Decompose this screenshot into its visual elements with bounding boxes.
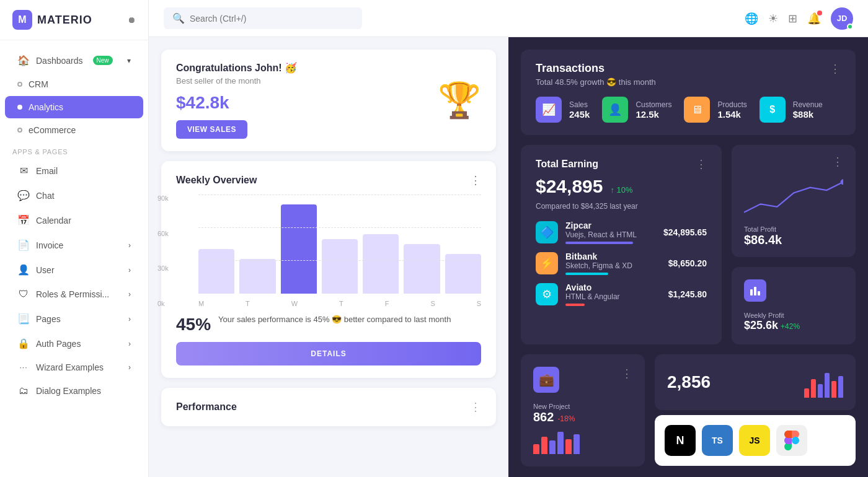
sidebar-item-roles[interactable]: 🛡 Roles & Permissi... › (5, 282, 143, 306)
bitbank-sub: Sketch, Figma & XD (565, 261, 661, 270)
sidebar-item-chat[interactable]: 💬 Chat (5, 183, 143, 208)
grid-icon[interactable]: ⊞ (788, 12, 797, 25)
chart-bar-4 (322, 239, 358, 294)
h-line (198, 227, 481, 228)
products-icon: 🖥 (684, 97, 710, 123)
typescript-icon: TS (702, 425, 733, 456)
stat-bar (804, 388, 809, 398)
congrats-left: Congratulations John! 🥳 Best seller of t… (176, 62, 297, 139)
trans-item-sales: 📈 Sales 245k (536, 97, 590, 123)
svg-rect-2 (754, 287, 756, 295)
sidebar-item-auth[interactable]: 🔒 Auth Pages › (5, 331, 143, 356)
stat-bar (825, 373, 830, 398)
sidebar-item-crm[interactable]: CRM (5, 73, 143, 95)
lock-icon: 🔒 (17, 338, 30, 349)
weekly-overview-card: Weekly Overview ⋮ 90k 60k 30k 0k (161, 161, 496, 378)
chart-bar-5 (363, 234, 399, 294)
options-icon[interactable]: ⋮ (470, 400, 481, 414)
growth-emoji: 😎 (606, 77, 616, 87)
svg-rect-1 (750, 289, 753, 295)
view-sales-button[interactable]: VIEW SALES (176, 120, 247, 139)
wizard-icon: ··· (17, 363, 30, 372)
user-icon: 👤 (17, 264, 30, 276)
bell-icon[interactable]: 🔔 (807, 12, 821, 25)
sidebar-item-user[interactable]: 👤 User › (5, 258, 143, 282)
trans-label-revenue: Revenue (793, 100, 823, 109)
aviato-sub: HTML & Angular (565, 292, 661, 301)
sidebar-item-label: Calendar (36, 216, 71, 225)
options-icon[interactable]: ⋮ (470, 173, 481, 187)
customers-icon: 👤 (602, 97, 628, 123)
invoice-icon: 📄 (17, 239, 30, 251)
trans-item-revenue: $ Revenue $88k (760, 97, 823, 123)
bar-chart-icon (744, 279, 766, 302)
trans-label-products: Products (717, 100, 746, 109)
options-icon[interactable]: ⋮ (832, 155, 843, 168)
sidebar-item-email[interactable]: ✉ Email (5, 159, 143, 183)
chart-bar-3 (281, 204, 317, 294)
chevron-right-icon: › (128, 339, 131, 348)
trans-label-sales: Sales (569, 100, 590, 109)
sidebar-item-ecommerce[interactable]: eCommerce (5, 119, 143, 141)
earning-compare: Compared to $84,325 last year (536, 202, 707, 211)
weekly-header: Weekly Overview ⋮ (176, 173, 481, 187)
mini-bar (549, 440, 556, 454)
new-badge: New (93, 56, 113, 65)
translate-icon[interactable]: 🌐 (745, 12, 758, 25)
zipcar-name: Zipcar (565, 221, 656, 230)
sales-icon: 📈 (536, 97, 562, 123)
logo-text: MATERIO (37, 14, 92, 27)
nextjs-icon: N (665, 425, 696, 456)
record-icon[interactable]: ⏺ (127, 15, 136, 25)
bottom-row: 💼 ⋮ New Project 862 -18% (521, 354, 856, 466)
mini-bar (574, 434, 580, 454)
panel-left: Congratulations John! 🥳 Best seller of t… (149, 37, 508, 477)
email-icon: ✉ (17, 165, 30, 177)
search-icon: 🔍 (172, 12, 185, 24)
search-box[interactable]: 🔍 (164, 7, 362, 29)
sidebar-item-label: Analytics (29, 102, 63, 112)
y-labels: 90k 60k 30k 0k (157, 195, 169, 307)
sidebar-item-calendar[interactable]: 📅 Calendar (5, 208, 143, 232)
new-project-bars (533, 429, 632, 454)
trans-items: 📈 Sales 245k 👤 Customers 12.5k (536, 97, 841, 123)
bitbank-name: Bitbank (565, 252, 661, 261)
sun-icon[interactable]: ☀ (768, 12, 778, 25)
apps-pages-label: APPS & PAGES (0, 142, 148, 158)
stat-bar (811, 379, 816, 398)
sidebar-item-invoice[interactable]: 📄 Invoice › (5, 233, 143, 257)
options-icon[interactable]: ⋮ (696, 157, 707, 171)
search-input[interactable] (190, 14, 353, 24)
chart-wrap: 90k 60k 30k 0k (176, 195, 481, 307)
details-button[interactable]: DETAILS (176, 342, 481, 365)
aviato-progress (565, 304, 585, 306)
new-project-card: 💼 ⋮ New Project 862 -18% (521, 354, 645, 466)
options-icon[interactable]: ⋮ (830, 62, 841, 76)
congrats-amount: $42.8k (176, 93, 297, 113)
sidebar-item-pages[interactable]: 📃 Pages › (5, 307, 143, 331)
mini-bar (541, 437, 547, 454)
weekly-footer: 45% Your sales performance is 45% 😎 bett… (176, 315, 481, 335)
nav-dot-crm (17, 82, 22, 87)
sidebar-item-analytics[interactable]: Analytics (5, 96, 143, 118)
stat-bar (838, 376, 843, 398)
main-content: 🔍 🌐 ☀ ⊞ 🔔 JD Congratulations John! 🥳 (149, 0, 868, 477)
javascript-icon: JS (739, 425, 770, 456)
bitbank-logo: ⚡ (536, 252, 558, 274)
calendar-icon: 📅 (17, 214, 30, 226)
sidebar-item-dialog[interactable]: 🗂 Dialog Examples (5, 379, 143, 403)
sidebar-item-label: User (36, 265, 55, 275)
stat-value: 2,856 (667, 372, 711, 392)
congrats-card: Congratulations John! 🥳 Best seller of t… (161, 50, 496, 151)
earning-row-bitbank: ⚡ Bitbank Sketch, Figma & XD $8,650.20 (536, 252, 707, 275)
mini-bar (533, 444, 539, 454)
options-icon[interactable]: ⋮ (621, 367, 632, 380)
sidebar-item-label: Wizard Examples (36, 362, 104, 372)
sidebar-item-dashboards[interactable]: 🏠 Dashboards New ▾ (5, 48, 143, 72)
sidebar-item-label: Auth Pages (36, 339, 81, 349)
sidebar-item-wizard[interactable]: ··· Wizard Examples › (5, 356, 143, 379)
logo-icon: M (12, 10, 32, 30)
sidebar-item-label: Dialog Examples (36, 386, 101, 396)
sidebar-item-label: Roles & Permissi... (36, 289, 109, 299)
aviato-name: Aviato (565, 282, 661, 292)
